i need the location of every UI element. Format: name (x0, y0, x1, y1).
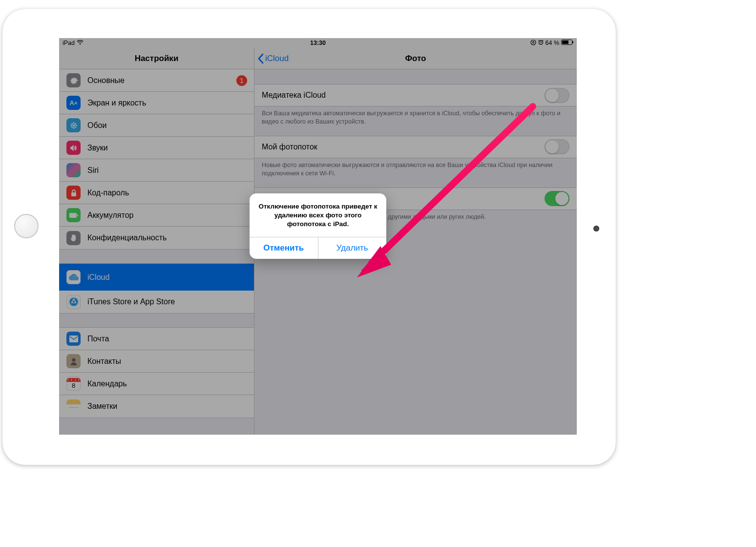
sidebar-item-calendar[interactable]: 8 Календарь (59, 373, 254, 395)
sidebar-item-label: Конфиденциальность (87, 233, 167, 242)
sidebar-item-itunes[interactable]: iTunes Store и App Store (59, 291, 254, 313)
detail-title: Фото (405, 54, 426, 63)
toggle-shared-albums[interactable] (545, 191, 569, 206)
speaker-icon (66, 141, 81, 155)
setting-label: Мой фотопоток (262, 143, 317, 151)
battery-percent: 64 % (546, 40, 560, 46)
sidebar-item-battery[interactable]: Аккумулятор (59, 204, 254, 227)
sidebar-item-contacts[interactable]: Контакты (59, 350, 254, 373)
sidebar-title: Настройки (59, 48, 254, 69)
svg-rect-4 (572, 42, 573, 43)
setting-label: Медиатека iCloud (262, 91, 326, 100)
sidebar-item-label: Обои (87, 121, 106, 130)
device-label: iPad (63, 40, 75, 46)
settings-sidebar: Настройки Основные 1 AA Экран и яркость … (59, 48, 254, 435)
sidebar-item-label: iTunes Store и App Store (87, 297, 175, 306)
sidebar-item-label: Календарь (87, 379, 127, 388)
back-label: iCloud (265, 54, 289, 63)
svg-rect-19 (69, 336, 78, 342)
svg-point-9 (75, 125, 77, 126)
sidebar-item-label: iCloud (87, 273, 109, 282)
sidebar-item-label: Экран и яркость (87, 99, 146, 107)
sidebar-item-label: Siri (87, 166, 99, 175)
sidebar-item-mail[interactable]: Почта (59, 328, 254, 350)
sidebar-item-passcode[interactable]: Код-пароль (59, 182, 254, 204)
siri-icon (66, 163, 81, 177)
sidebar-item-icloud[interactable]: iCloud (59, 264, 254, 291)
svg-point-6 (73, 122, 74, 124)
svg-point-7 (73, 126, 74, 128)
toggle-icloud-library[interactable] (545, 88, 569, 103)
sidebar-item-display[interactable]: AA Экран и яркость (59, 92, 254, 114)
annotation-arrow (333, 102, 543, 287)
status-bar: iPad 13:30 64 % (59, 38, 577, 48)
mail-icon (66, 332, 81, 346)
alarm-icon (538, 40, 544, 46)
svg-rect-16 (77, 214, 78, 216)
svg-rect-14 (71, 192, 76, 196)
sidebar-item-label: Звуки (87, 144, 108, 152)
front-camera (593, 226, 599, 231)
sidebar-item-label: Основные (87, 76, 125, 85)
sidebar-item-sounds[interactable]: Звуки (59, 137, 254, 159)
orientation-lock-icon (530, 40, 536, 47)
svg-rect-15 (69, 213, 77, 218)
back-button[interactable]: iCloud (254, 53, 289, 64)
svg-point-10 (71, 123, 73, 125)
lock-icon (66, 186, 81, 200)
svg-point-8 (70, 125, 72, 126)
calendar-icon: 8 (66, 377, 81, 391)
text-size-icon: AA (66, 96, 81, 110)
sidebar-item-privacy[interactable]: Конфиденциальность (59, 227, 254, 249)
sidebar-item-label: Заметки (87, 402, 117, 411)
svg-point-20 (72, 358, 75, 361)
wifi-icon (77, 40, 84, 46)
contacts-icon (66, 354, 81, 368)
detail-navbar: iCloud Фото (254, 48, 577, 69)
svg-point-0 (531, 40, 536, 45)
sidebar-item-label: Аккумулятор (87, 211, 133, 220)
notification-badge: 1 (236, 75, 247, 86)
sidebar-group-2: iCloud iTunes Store и App Store (59, 263, 254, 314)
sidebar-item-label: Код-пароль (87, 189, 129, 197)
sidebar-item-general[interactable]: Основные 1 (59, 69, 254, 92)
notes-icon (66, 400, 81, 414)
sidebar-item-label: Контакты (87, 357, 121, 366)
flower-icon (66, 118, 81, 132)
cancel-button[interactable]: Отменить (250, 237, 318, 259)
sidebar-item-label: Почта (87, 335, 109, 343)
appstore-icon (66, 295, 81, 309)
sidebar-item-notes[interactable]: Заметки (59, 395, 254, 418)
svg-point-11 (74, 126, 77, 128)
home-button[interactable] (14, 214, 39, 238)
sidebar-group-1: Основные 1 AA Экран и яркость Обои Звуки (59, 69, 254, 250)
screen: iPad 13:30 64 % (59, 38, 577, 435)
ipad-frame: iPad 13:30 64 % (2, 9, 616, 465)
sidebar-group-3: Почта Контакты 8 Календарь Заметки (59, 327, 254, 418)
battery-icon (66, 208, 81, 222)
chevron-left-icon (257, 53, 264, 64)
svg-rect-3 (562, 41, 568, 44)
svg-point-12 (74, 123, 77, 125)
svg-point-5 (73, 125, 75, 126)
sidebar-item-siri[interactable]: Siri (59, 159, 254, 182)
sidebar-item-wallpaper[interactable]: Обои (59, 114, 254, 137)
clock: 13:30 (310, 40, 326, 46)
battery-icon (561, 40, 573, 46)
gear-icon (66, 73, 81, 87)
svg-point-17 (69, 297, 79, 307)
hand-icon (66, 231, 81, 245)
toggle-photostream[interactable] (545, 139, 569, 154)
cloud-icon (66, 270, 81, 284)
svg-point-13 (71, 126, 73, 128)
